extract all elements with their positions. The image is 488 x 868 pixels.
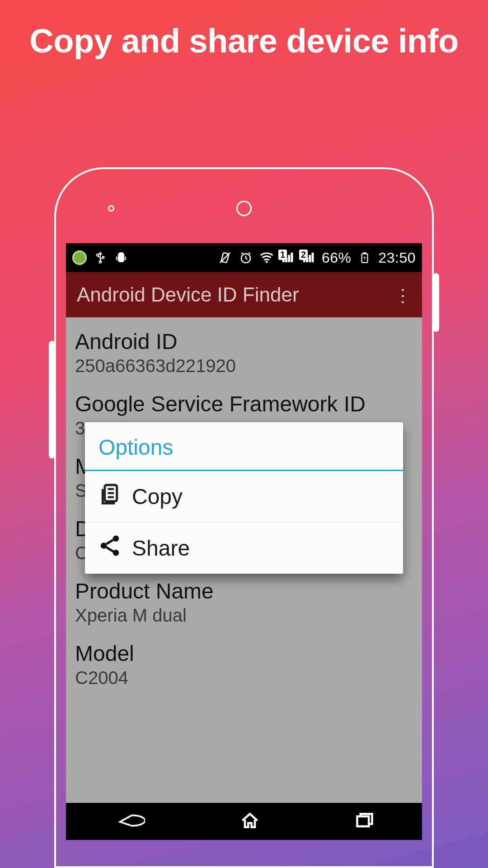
phone-volume-button [49, 341, 55, 458]
share-icon [98, 533, 122, 563]
phone-frame: 1 2 66% 23:50 Android Device ID Finder ⋯… [54, 167, 434, 868]
nav-back-button[interactable] [113, 811, 145, 831]
list-item-model[interactable]: Model C2004 [66, 634, 422, 696]
usb-icon [93, 250, 108, 265]
options-dialog: Options Copy Share [85, 422, 403, 574]
dialog-option-share[interactable]: Share [85, 523, 403, 574]
list-item-product[interactable]: Product Name Xperia M dual [66, 571, 422, 634]
battery-percentage: 66% [322, 250, 352, 266]
phone-power-button [433, 273, 439, 332]
status-app-icon [72, 250, 87, 265]
adb-icon [114, 250, 128, 265]
dialog-option-label: Copy [132, 484, 183, 509]
list-item-value: 250a66363d221920 [75, 356, 413, 376]
rotation-lock-icon [218, 250, 232, 265]
alarm-icon [239, 250, 253, 265]
list-item-label: Model [75, 641, 413, 666]
nav-recent-button[interactable] [355, 811, 375, 832]
list-item-value: Xperia M dual [75, 605, 413, 626]
svg-rect-10 [357, 816, 369, 826]
list-item-label: Product Name [75, 579, 413, 604]
list-item-label: Google Service Framework ID [75, 392, 413, 416]
app-title: Android Device ID Finder [77, 283, 299, 306]
clock: 23:50 [378, 250, 416, 266]
nav-home-button[interactable] [240, 811, 260, 832]
dialog-title: Options [85, 422, 403, 470]
sim2-signal-icon: 2 [301, 250, 315, 265]
list-item-label: Android ID [75, 329, 413, 354]
dialog-option-copy[interactable]: Copy [85, 471, 403, 523]
svg-point-3 [265, 261, 267, 263]
overflow-menu-button[interactable]: ⋯ [393, 287, 414, 302]
status-bar: 1 2 66% 23:50 [66, 243, 422, 272]
phone-led [108, 205, 114, 212]
list-item-value: C2004 [75, 668, 413, 688]
svg-point-8 [101, 542, 107, 549]
phone-screen: 1 2 66% 23:50 Android Device ID Finder ⋯… [66, 243, 422, 840]
app-bar: Android Device ID Finder ⋯ [66, 272, 422, 317]
battery-charging-icon [357, 250, 372, 265]
svg-line-1 [220, 253, 230, 263]
list-item-android-id[interactable]: Android ID 250a66363d221920 [66, 322, 422, 384]
phone-speaker [236, 201, 252, 216]
svg-rect-5 [363, 252, 366, 254]
dialog-option-label: Share [132, 536, 190, 561]
promo-title: Copy and share device info [0, 0, 488, 60]
copy-icon [98, 482, 122, 511]
navigation-bar [66, 803, 422, 840]
sim1-signal-icon: 1 [280, 250, 295, 265]
wifi-icon [259, 250, 274, 265]
